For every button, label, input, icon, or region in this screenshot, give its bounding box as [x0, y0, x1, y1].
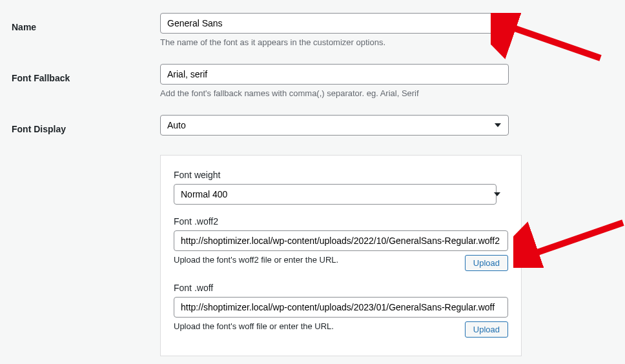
weight-group: Font weight Normal 400 — [174, 170, 508, 205]
weight-label: Font weight — [174, 170, 508, 180]
woff2-upload-button[interactable]: Upload — [465, 255, 508, 271]
woff-upload-button[interactable]: Upload — [465, 321, 508, 338]
display-field: Auto — [160, 115, 509, 136]
fallback-helper: Add the font's fallback names with comma… — [160, 88, 509, 98]
fallback-label: Font Fallback — [12, 64, 160, 98]
weight-select[interactable]: Normal 400 — [174, 184, 497, 205]
fallback-row: Font Fallback Add the font's fallback na… — [12, 64, 613, 98]
font-variant-panel: Font weight Normal 400 Font .woff2 Uploa… — [160, 155, 522, 356]
display-select[interactable]: Auto — [160, 115, 509, 136]
svg-line-3 — [526, 223, 623, 256]
woff-helper: Upload the font's woff file or enter the… — [174, 321, 334, 331]
fallback-input[interactable] — [160, 64, 509, 85]
woff-input[interactable] — [174, 297, 508, 318]
display-row: Font Display Auto — [12, 115, 613, 136]
arrow-annotation-icon — [513, 216, 625, 268]
display-label: Font Display — [12, 115, 160, 136]
woff2-input[interactable] — [174, 230, 508, 251]
woff-group: Font .woff Upload the font's woff file o… — [174, 283, 508, 338]
woff2-group: Font .woff2 Upload the font's woff2 file… — [174, 216, 508, 271]
fallback-field: Add the font's fallback names with comma… — [160, 64, 509, 98]
woff-label: Font .woff — [174, 283, 508, 293]
name-field: The name of the font as it appears in th… — [160, 13, 509, 47]
name-row: Name The name of the font as it appears … — [12, 13, 613, 47]
woff2-label: Font .woff2 — [174, 216, 508, 227]
name-input[interactable] — [160, 13, 509, 34]
woff2-helper: Upload the font's woff2 file or enter th… — [174, 255, 338, 265]
name-helper: The name of the font as it appears in th… — [160, 37, 509, 47]
name-label: Name — [12, 13, 160, 47]
